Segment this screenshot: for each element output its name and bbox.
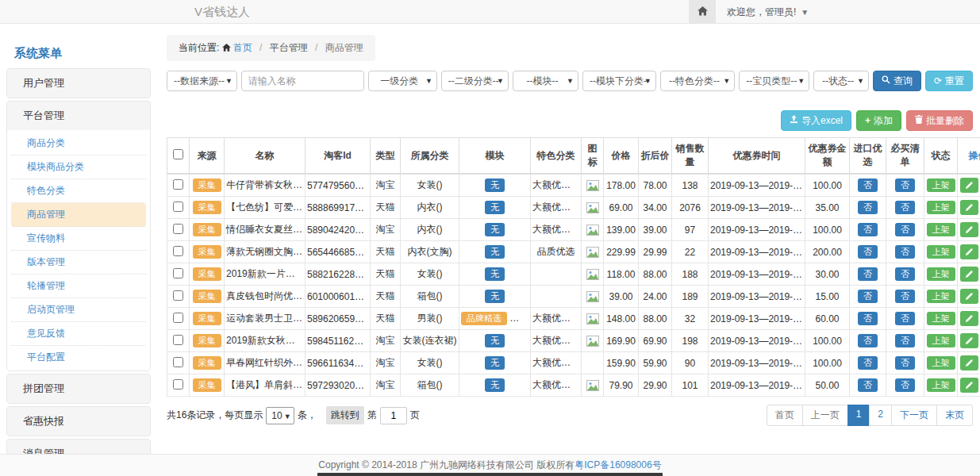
add-button[interactable]: +添加	[856, 110, 901, 131]
must-buy-toggle[interactable]: 否	[895, 334, 915, 347]
status-badge[interactable]: 上架	[927, 378, 955, 392]
reset-button[interactable]: ⟳重置	[925, 71, 973, 91]
must-buy-toggle[interactable]: 否	[895, 245, 915, 259]
page-button-2[interactable]: 2	[869, 405, 892, 426]
filter-select-category2[interactable]: --二级分类--▼	[441, 71, 509, 91]
row-checkbox[interactable]	[173, 224, 183, 234]
import-select-toggle[interactable]: 否	[858, 290, 878, 303]
jump-to-button[interactable]: 跳转到	[326, 406, 364, 424]
edit-button[interactable]	[960, 178, 978, 193]
filter-select-feature[interactable]: --特色分类--▼	[660, 71, 736, 91]
edit-button[interactable]	[960, 333, 978, 348]
status-badge[interactable]: 上架	[927, 267, 955, 281]
row-checkbox[interactable]	[173, 290, 183, 301]
status-cell: 上架	[924, 263, 958, 286]
icon-cell	[582, 263, 604, 286]
import-select-toggle[interactable]: 否	[858, 245, 878, 259]
must-buy-toggle[interactable]: 否	[895, 312, 915, 325]
status-badge[interactable]: 上架	[927, 245, 955, 259]
sidebar-group-用户管理[interactable]: 用户管理	[7, 69, 150, 98]
import-select-toggle[interactable]: 否	[858, 223, 878, 236]
sidebar-item-商品分类[interactable]: 商品分类	[11, 132, 146, 155]
row-checkbox[interactable]	[173, 357, 183, 367]
discount-price-cell: 29.99	[639, 241, 672, 263]
edit-button[interactable]	[960, 222, 978, 237]
home-nav-button[interactable]	[689, 0, 716, 24]
edit-button[interactable]	[960, 355, 978, 370]
must-buy-toggle[interactable]: 否	[895, 378, 915, 392]
edit-button[interactable]	[960, 200, 978, 215]
status-badge[interactable]: 上架	[927, 334, 955, 347]
import-select-toggle[interactable]: 否	[858, 378, 878, 392]
import-excel-button[interactable]: 导入excel	[781, 110, 851, 131]
must-buy-toggle[interactable]: 否	[895, 178, 915, 192]
status-badge[interactable]: 上架	[927, 312, 955, 325]
sidebar-group-省惠快报[interactable]: 省惠快报	[7, 407, 150, 436]
page-button-首页[interactable]: 首页	[767, 405, 803, 426]
filter-select-module-sub[interactable]: --模块下分类--▼	[582, 71, 656, 91]
import-select-toggle[interactable]: 否	[858, 201, 878, 214]
must-buy-toggle[interactable]: 否	[895, 267, 915, 281]
filter-select-category1[interactable]: 一级分类▼	[368, 71, 437, 91]
sidebar-group-平台管理[interactable]: 平台管理	[7, 102, 150, 130]
row-checkbox[interactable]	[173, 268, 183, 278]
must-buy-toggle[interactable]: 否	[895, 201, 915, 214]
sidebar-item-商品管理[interactable]: 商品管理	[11, 203, 146, 227]
must-buy-toggle[interactable]: 否	[895, 290, 915, 303]
page-button-上一页[interactable]: 上一页	[802, 405, 848, 426]
row-checkbox[interactable]	[173, 179, 183, 190]
sidebar-item-特色分类[interactable]: 特色分类	[11, 179, 146, 203]
edit-button[interactable]	[960, 311, 978, 326]
status-badge[interactable]: 上架	[927, 290, 955, 303]
icp-link[interactable]: 粤ICP备16098006号	[575, 459, 661, 470]
edit-button[interactable]	[960, 267, 978, 282]
sidebar-item-意见反馈[interactable]: 意见反馈	[11, 322, 146, 346]
sidebar-item-宣传物料[interactable]: 宣传物料	[11, 227, 146, 251]
must-buy-toggle[interactable]: 否	[895, 356, 915, 370]
edit-button[interactable]	[960, 244, 978, 259]
filter-select-status[interactable]: --状态--▼	[813, 71, 869, 91]
breadcrumb-platform[interactable]: 平台管理	[270, 42, 308, 53]
sidebar-item-启动页管理[interactable]: 启动页管理	[11, 298, 146, 322]
page-button-1[interactable]: 1	[847, 405, 870, 426]
import-select-toggle[interactable]: 否	[858, 334, 878, 347]
product-thumbnail-icon	[586, 335, 599, 346]
page-button-末页[interactable]: 末页	[936, 405, 973, 426]
import-select-toggle[interactable]: 否	[858, 178, 878, 192]
page-number-input[interactable]	[380, 407, 407, 424]
sidebar-item-版本管理[interactable]: 版本管理	[11, 251, 146, 274]
sidebar-item-模块商品分类[interactable]: 模块商品分类	[11, 155, 146, 179]
status-badge[interactable]: 上架	[927, 223, 955, 236]
sidebar-item-轮播管理[interactable]: 轮播管理	[11, 274, 146, 298]
select-all-checkbox[interactable]	[173, 149, 183, 159]
import-select-toggle[interactable]: 否	[858, 356, 878, 370]
page-size-select[interactable]: 10▼	[266, 407, 294, 424]
sidebar-item-平台配置[interactable]: 平台配置	[11, 346, 146, 369]
row-checkbox[interactable]	[173, 246, 183, 256]
filter-select-module[interactable]: --模块--▼	[513, 71, 578, 91]
must-buy-toggle[interactable]: 否	[895, 223, 915, 236]
batch-delete-button[interactable]: 批量删除	[906, 110, 973, 131]
name-search-input[interactable]	[241, 71, 364, 91]
import-select-toggle[interactable]: 否	[858, 267, 878, 281]
row-checkbox[interactable]	[173, 335, 183, 345]
search-button[interactable]: 查询	[873, 71, 921, 91]
import-select-toggle[interactable]: 否	[858, 312, 878, 325]
status-badge[interactable]: 上架	[927, 356, 955, 370]
filter-select-source[interactable]: --数据来源--▼	[167, 71, 237, 91]
user-menu[interactable]: 欢迎您，管理员! ▼	[716, 0, 820, 24]
status-badge[interactable]: 上架	[927, 178, 955, 192]
filter-select-item-type[interactable]: --宝贝类型--▼	[739, 71, 809, 91]
row-checkbox[interactable]	[173, 313, 183, 323]
edit-button[interactable]	[960, 378, 978, 393]
sidebar-group-拼团管理[interactable]: 拼团管理	[7, 374, 150, 403]
product-name-cell: 【七色纺】可爱纯棉家...	[225, 197, 306, 219]
status-cell: 上架	[924, 330, 958, 352]
page-button-下一页[interactable]: 下一页	[891, 405, 937, 426]
edit-button[interactable]	[960, 289, 978, 304]
row-checkbox[interactable]	[173, 202, 183, 212]
breadcrumb-home[interactable]: 首页	[222, 42, 255, 53]
coupon-amount-cell: 100.00	[805, 352, 850, 374]
status-badge[interactable]: 上架	[927, 201, 955, 214]
row-checkbox[interactable]	[173, 379, 183, 390]
